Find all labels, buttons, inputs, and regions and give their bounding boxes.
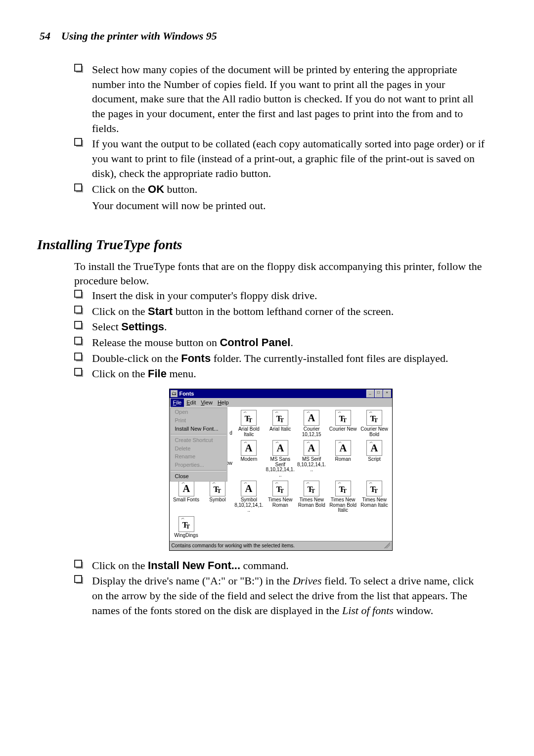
truetype-icon [179, 517, 193, 531]
file-menu-dropdown: Open Print Install New Font... Create Sh… [170, 407, 227, 482]
font-label: Courier New Bold [359, 427, 389, 437]
maximize-button[interactable]: □ [375, 390, 383, 398]
font-label: Arial Italic [266, 427, 295, 432]
bullet-list-1: Select how many copies of the document w… [74, 62, 487, 196]
bullet-item: Click on the Start button in the bottom … [74, 304, 487, 319]
menu-edit[interactable]: Edit [184, 399, 198, 407]
bullet-item: Select Settings. [74, 319, 487, 334]
bullet-list-2: Insert the disk in your computer's flopp… [74, 288, 487, 381]
paragraph: To install the TrueType fonts that are o… [74, 259, 487, 288]
font-icon[interactable]: Times New Roman Italic [359, 481, 389, 513]
checkbox-icon [74, 183, 84, 193]
menu-view[interactable]: View [198, 399, 215, 407]
checkbox-icon [74, 306, 84, 315]
checkbox-icon [74, 64, 84, 74]
bullet-text: Insert the disk in your computer's flopp… [92, 289, 317, 302]
menu-open[interactable]: Open [170, 408, 227, 416]
checkbox-icon [74, 575, 84, 585]
font-label: Times New Roman Bold [297, 497, 326, 508]
font-icon[interactable]: Courier 10,12,15 [297, 410, 326, 437]
list-of-fonts-label: List of fonts [342, 604, 394, 617]
truetype-icon [273, 482, 287, 495]
ok-label: OK [148, 183, 164, 195]
font-label: MS Serif 8,10,12,14,1... [297, 457, 326, 473]
menu-create-shortcut[interactable]: Create Shortcut [170, 436, 227, 445]
font-label: Times New Roman Italic [359, 497, 389, 508]
font-icon[interactable]: Times New Roman Bold [297, 481, 326, 513]
checkbox-icon [74, 353, 84, 362]
drives-label: Drives [293, 575, 322, 587]
page-header: 54 Using the printer with Windows 95 [40, 30, 487, 43]
menu-help[interactable]: Help [215, 399, 231, 407]
bullet-item: Display the drive's name ("A:" or "B:") … [74, 574, 487, 618]
status-text: Contains commands for working with the s… [172, 542, 295, 549]
truetype-icon [211, 482, 224, 495]
bullet-text: Release the mouse button on [92, 336, 220, 349]
bullet-text: command. [240, 559, 289, 572]
checkbox-icon [74, 290, 84, 300]
font-icon[interactable]: Arial Italic [266, 410, 295, 437]
font-label: Times New Roman [266, 497, 295, 508]
section-heading: Installing TrueType fonts [37, 235, 487, 254]
checkbox-icon [74, 321, 84, 331]
font-label: Arial Bold Italic [234, 427, 264, 437]
checkbox-icon [74, 560, 84, 570]
font-label: Courier 10,12,15 [297, 427, 326, 437]
bullet-item: Select how many copies of the document w… [74, 62, 487, 135]
install-new-font-label: Install New Font... [148, 559, 240, 572]
menu-rename[interactable]: Rename [170, 452, 227, 461]
checkbox-icon [74, 368, 84, 378]
menu-bar: FFileile Edit View Help [170, 398, 392, 407]
control-menu-icon[interactable]: 🗂 [171, 390, 178, 397]
bullet-text: Click on the [92, 183, 148, 195]
menu-install-new-font[interactable]: Install New Font... [170, 425, 227, 433]
fonts-label: Fonts [181, 352, 211, 364]
start-label: Start [148, 305, 173, 317]
font-icon[interactable]: MS Sans Serif 8,10,12,14,1... [266, 440, 295, 478]
font-label: WingDings [172, 533, 201, 538]
minimize-button[interactable]: _ [366, 390, 374, 398]
page-number: 54 [40, 30, 50, 42]
font-icon[interactable]: Symbol 8,10,12,14,1... [234, 481, 264, 513]
menu-close[interactable]: Close [170, 472, 227, 481]
font-icon[interactable]: Symbol [203, 481, 232, 513]
font-icon[interactable]: Courier New Bold [359, 410, 389, 437]
menu-properties[interactable]: Properties... [170, 461, 227, 469]
resize-grip-icon[interactable] [384, 542, 390, 548]
font-icon[interactable]: Modern [234, 440, 264, 478]
font-icon[interactable]: Script [359, 440, 389, 478]
fonts-window: 🗂 Fonts _ □ × FFileile Edit View Help Op… [169, 389, 393, 551]
bullet-text: Double-click on the [92, 352, 181, 364]
font-icon[interactable]: Times New Roman [266, 481, 295, 513]
bullet-list-3: Click on the Install New Font... command… [74, 558, 487, 618]
font-icon[interactable]: Times New Roman Bold Italic [328, 481, 358, 513]
font-icon[interactable]: Small Fonts [172, 481, 201, 513]
font-icon[interactable]: Arial Bold Italic [234, 410, 264, 437]
font-icon[interactable]: Courier New [328, 410, 358, 437]
bullet-text: button in the bottom lefthand corner of … [173, 305, 394, 317]
close-button[interactable]: × [383, 390, 391, 398]
font-icon[interactable]: Roman [328, 440, 358, 478]
bullet-item: Click on the File menu. [74, 366, 487, 381]
font-label: Script [359, 457, 389, 462]
menu-print[interactable]: Print [170, 416, 227, 425]
menu-separator [171, 470, 226, 471]
title-bar[interactable]: 🗂 Fonts _ □ × [170, 389, 392, 398]
bullet-text: Click on the [92, 305, 148, 317]
window-title: Fonts [179, 390, 366, 398]
checkbox-icon [74, 138, 84, 148]
menu-delete[interactable]: Delete [170, 445, 227, 453]
bitmap-icon [179, 482, 193, 495]
bitmap-icon [367, 441, 381, 455]
paragraph: Your document will now be printed out. [74, 198, 487, 213]
menu-separator [171, 434, 226, 435]
font-icon[interactable]: MS Serif 8,10,12,14,1... [297, 440, 326, 478]
bullet-text: window. [394, 604, 433, 617]
status-bar: Contains commands for working with the s… [170, 541, 392, 550]
menu-file[interactable]: FFileile [171, 399, 184, 407]
truetype-icon [336, 482, 350, 495]
page-title: Using the printer with Windows 95 [61, 30, 217, 42]
settings-label: Settings [121, 320, 164, 333]
bitmap-icon [242, 482, 256, 495]
font-icon[interactable]: WingDings [172, 516, 201, 538]
